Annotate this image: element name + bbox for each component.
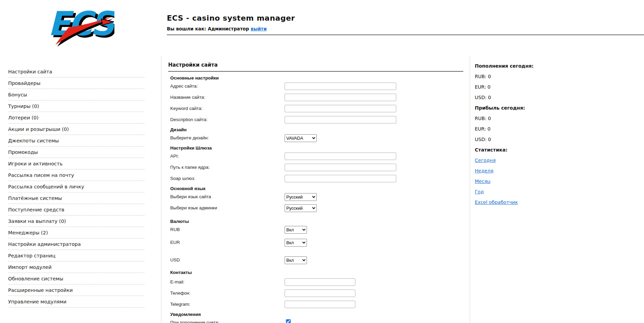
deposit-notification-row: При пополнение счета: [168, 317, 463, 323]
login-status-text: Вы вошли как: Администратор [167, 26, 249, 31]
stats-link-week[interactable]: Неделя [475, 168, 493, 174]
content-area: Настройки сайта Провайдеры Бонусы Турнир… [0, 56, 644, 323]
sidebar-item-players[interactable]: Игроки и активность [8, 158, 145, 169]
telegram-input[interactable] [285, 301, 355, 308]
stats-link-excel[interactable]: Excel обработчик [475, 200, 518, 205]
sidebar-nav: Настройки сайта Провайдеры Бонусы Турнир… [0, 56, 161, 323]
profit-rub: RUB: 0 [475, 113, 644, 123]
core-path-row: Путь к папке ядра: [168, 162, 463, 173]
panel-title: Настройки сайта [168, 62, 463, 68]
site-language-select[interactable]: Русский [285, 193, 317, 201]
site-name-label: Название сайта: [170, 94, 285, 100]
admin-language-row: Выбери язык админки Русский [168, 203, 463, 214]
sidebar-item-advanced-settings[interactable]: Расширенные настройки [8, 284, 145, 296]
sidebar-item-module-management[interactable]: Управление модулями [8, 296, 145, 307]
site-description-row: Description сайта: [168, 114, 463, 125]
sidebar-item-incoming-funds[interactable]: Поступление средств [8, 204, 145, 215]
eur-label: EUR [170, 239, 285, 245]
deposit-notification-checkbox[interactable] [286, 319, 291, 323]
header: ECS ECS ECS - casino system manager Вы в… [0, 0, 644, 56]
sidebar-item-page-editor[interactable]: Редактор страниц [8, 250, 145, 261]
site-description-label: Description сайта: [170, 116, 285, 122]
deposits-today-title: Пополнения сегодня: [475, 61, 644, 71]
usd-select[interactable]: Вкл [285, 256, 307, 264]
usd-label: USD [170, 256, 285, 262]
eur-row: EUR Вкл [168, 237, 463, 250]
soap-row: Soap шлюз: [168, 173, 463, 184]
panel-divider [168, 71, 463, 72]
profit-usd: USD: 0 [475, 134, 644, 144]
statistics-title: Статистика: [475, 144, 644, 155]
sidebar-item-bonuses[interactable]: Бонусы [8, 89, 145, 100]
sidebar-item-jackpots[interactable]: Джекпоты системы [8, 135, 145, 146]
site-keyword-input[interactable] [285, 105, 396, 112]
soap-label: Soap шлюз: [170, 175, 285, 181]
sidebar-item-tournaments[interactable]: Турниры (0) [8, 100, 145, 112]
section-notifications: Уведомления [168, 310, 463, 317]
rub-label: RUB [170, 226, 285, 232]
site-name-input[interactable] [285, 94, 396, 101]
sidebar-item-site-settings[interactable]: Настройки сайта [8, 66, 145, 77]
site-settings-panel: Настройки сайта Основные настройки Адрес… [161, 56, 470, 323]
site-address-input[interactable] [285, 83, 396, 90]
profit-eur: EUR: 0 [475, 123, 644, 134]
telegram-label: Telegram: [170, 301, 285, 307]
site-keyword-label: Keyword сайта: [170, 105, 285, 111]
design-label: Выберите дизайн: [170, 134, 285, 140]
core-path-label: Путь к папке ядра: [170, 164, 285, 170]
sidebar-item-module-import[interactable]: Импорт модулей [8, 261, 145, 273]
deposits-usd: USD: 0 [475, 92, 644, 102]
sidebar-item-system-update[interactable]: Обновление системы [8, 273, 145, 284]
email-row: E-mail: [168, 277, 463, 288]
login-status: Вы вошли как: Администратор выйти [167, 26, 644, 31]
logout-link[interactable]: выйти [251, 26, 267, 31]
soap-input[interactable] [285, 175, 396, 182]
api-label: API: [170, 153, 285, 159]
stats-panel: Пополнения сегодня: RUB: 0 EUR: 0 USD: 0… [470, 56, 644, 323]
site-keyword-row: Keyword сайта: [168, 103, 463, 114]
admin-language-label: Выбери язык админки [170, 204, 285, 210]
site-name-row: Название сайта: [168, 92, 463, 103]
telegram-row: Telegram: [168, 299, 463, 310]
site-description-input[interactable] [285, 116, 396, 123]
sidebar-item-managers[interactable]: Менеджеры (2) [8, 227, 145, 238]
core-path-input[interactable] [285, 164, 396, 171]
stats-link-month[interactable]: Месяц [475, 179, 490, 184]
email-label: E-mail: [170, 278, 285, 284]
rub-select[interactable]: Вкл [285, 226, 307, 234]
eur-select[interactable]: Вкл [285, 239, 307, 247]
design-select[interactable]: VAVADA [285, 134, 317, 142]
phone-label: Телефон: [170, 290, 285, 296]
rub-row: RUB Вкл [168, 224, 463, 237]
sidebar-item-lotteries[interactable]: Лотереи (0) [8, 112, 145, 123]
usd-row: USD Вкл [168, 255, 463, 268]
section-design: Дизайн [168, 125, 463, 133]
stats-link-year[interactable]: Год [475, 189, 484, 194]
api-row: API: [168, 151, 463, 162]
stats-link-today[interactable]: Сегодня [475, 158, 496, 163]
ecs-logo-graphic: ECS ECS [47, 4, 114, 49]
section-basic-settings: Основные настройки [168, 74, 463, 81]
sidebar-item-email-mailing[interactable]: Рассылка писем на почту [8, 169, 145, 181]
site-address-label: Адрес сайта: [170, 83, 285, 89]
api-input[interactable] [285, 153, 396, 160]
admin-language-select[interactable]: Русский [285, 204, 317, 212]
sidebar-item-payment-systems[interactable]: Платёжные системы [8, 192, 145, 204]
phone-input[interactable] [285, 290, 355, 297]
sidebar-item-pm-mailing[interactable]: Рассылка сообщений в личку [8, 181, 145, 192]
site-language-row: Выбери язык сайта Русский [168, 191, 463, 203]
sidebar-item-providers[interactable]: Провайдеры [8, 77, 145, 89]
app-title: ECS - casino system manager [167, 14, 644, 22]
site-address-row: Адрес сайта: [168, 81, 463, 92]
sidebar-item-promocodes[interactable]: Промокоды [8, 146, 145, 158]
header-divider [167, 34, 644, 35]
ecs-logo: ECS ECS [47, 4, 114, 50]
sidebar-item-promotions[interactable]: Акции и розыгрыши (0) [8, 123, 145, 135]
email-input[interactable] [285, 278, 355, 286]
deposits-rub: RUB: 0 [475, 71, 644, 82]
design-row: Выберите дизайн: VAVADA [168, 133, 463, 144]
sidebar-item-payout-requests[interactable]: Заявки на выплату (0) [8, 215, 145, 227]
sidebar-item-admin-settings[interactable]: Настройки администратора [8, 238, 145, 250]
section-contacts: Контакты [168, 268, 463, 275]
site-language-label: Выбери язык сайта [170, 193, 285, 199]
